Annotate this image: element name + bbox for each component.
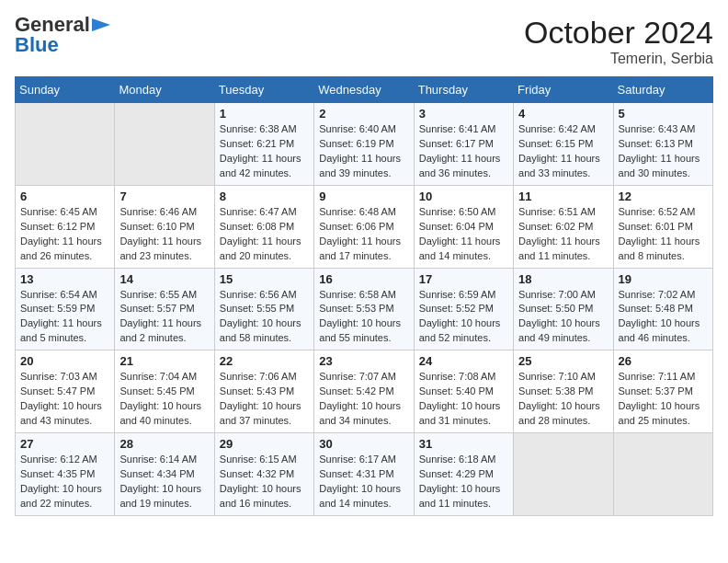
day-detail: Sunrise: 7:06 AMSunset: 5:43 PMDaylight:…	[220, 370, 309, 429]
day-detail: Sunrise: 6:18 AMSunset: 4:29 PMDaylight:…	[419, 453, 508, 511]
calendar-cell: 2Sunrise: 6:40 AMSunset: 6:19 PMDaylight…	[314, 103, 414, 186]
day-detail: Sunrise: 7:07 AMSunset: 5:42 PMDaylight:…	[319, 370, 408, 429]
day-number: 13	[20, 272, 109, 286]
day-detail: Sunrise: 6:38 AMSunset: 6:21 PMDaylight:…	[220, 122, 309, 181]
day-number: 17	[419, 272, 508, 286]
day-number: 29	[220, 437, 309, 451]
title-block: October 2024 Temerin, Serbia	[524, 15, 713, 67]
calendar-cell: 25Sunrise: 7:10 AMSunset: 5:38 PMDayligh…	[514, 350, 613, 433]
calendar-cell: 7Sunrise: 6:46 AMSunset: 6:10 PMDaylight…	[115, 185, 214, 268]
calendar-cell	[613, 433, 712, 516]
weekday-header-cell: Saturday	[613, 77, 712, 103]
day-detail: Sunrise: 6:56 AMSunset: 5:55 PMDaylight:…	[220, 288, 309, 347]
day-number: 11	[518, 190, 608, 203]
day-number: 26	[619, 354, 708, 368]
calendar-cell: 10Sunrise: 6:50 AMSunset: 6:04 PMDayligh…	[414, 185, 513, 268]
day-number: 21	[119, 354, 209, 368]
day-number: 28	[119, 437, 209, 451]
month-title: October 2024	[524, 15, 713, 51]
calendar-body: 1Sunrise: 6:38 AMSunset: 6:21 PMDaylight…	[16, 103, 713, 516]
day-number: 12	[619, 190, 708, 203]
day-number: 8	[220, 190, 309, 203]
day-detail: Sunrise: 7:04 AMSunset: 5:45 PMDaylight:…	[119, 370, 209, 429]
day-detail: Sunrise: 6:46 AMSunset: 6:10 PMDaylight:…	[119, 205, 209, 264]
day-detail: Sunrise: 6:51 AMSunset: 6:02 PMDaylight:…	[518, 205, 608, 264]
day-detail: Sunrise: 7:03 AMSunset: 5:47 PMDaylight:…	[20, 370, 109, 429]
calendar-cell: 24Sunrise: 7:08 AMSunset: 5:40 PMDayligh…	[414, 350, 513, 433]
calendar-cell	[115, 103, 214, 186]
day-detail: Sunrise: 6:47 AMSunset: 6:08 PMDaylight:…	[220, 205, 309, 264]
day-detail: Sunrise: 6:41 AMSunset: 6:17 PMDaylight:…	[419, 122, 508, 181]
day-detail: Sunrise: 7:08 AMSunset: 5:40 PMDaylight:…	[419, 370, 508, 429]
day-number: 25	[518, 354, 608, 368]
day-detail: Sunrise: 6:58 AMSunset: 5:53 PMDaylight:…	[319, 288, 408, 347]
calendar-cell: 3Sunrise: 6:41 AMSunset: 6:17 PMDaylight…	[414, 103, 513, 186]
day-number: 24	[419, 354, 508, 368]
day-number: 23	[319, 354, 408, 368]
calendar-cell: 27Sunrise: 6:12 AMSunset: 4:35 PMDayligh…	[16, 433, 115, 516]
calendar-week-row: 1Sunrise: 6:38 AMSunset: 6:21 PMDaylight…	[16, 103, 713, 186]
calendar-cell: 13Sunrise: 6:54 AMSunset: 5:59 PMDayligh…	[16, 268, 115, 350]
calendar-cell: 30Sunrise: 6:17 AMSunset: 4:31 PMDayligh…	[314, 433, 414, 516]
day-number: 1	[220, 107, 309, 121]
day-detail: Sunrise: 6:43 AMSunset: 6:13 PMDaylight:…	[619, 122, 708, 181]
calendar-table: SundayMondayTuesdayWednesdayThursdayFrid…	[15, 76, 713, 516]
day-number: 31	[419, 437, 508, 451]
calendar-cell: 31Sunrise: 6:18 AMSunset: 4:29 PMDayligh…	[414, 433, 513, 516]
day-detail: Sunrise: 6:45 AMSunset: 6:12 PMDaylight:…	[20, 205, 109, 264]
calendar-cell: 18Sunrise: 7:00 AMSunset: 5:50 PMDayligh…	[514, 268, 613, 350]
calendar-cell	[514, 433, 613, 516]
calendar-cell: 11Sunrise: 6:51 AMSunset: 6:02 PMDayligh…	[514, 185, 613, 268]
day-detail: Sunrise: 7:02 AMSunset: 5:48 PMDaylight:…	[619, 288, 708, 347]
day-detail: Sunrise: 6:55 AMSunset: 5:57 PMDaylight:…	[119, 288, 209, 347]
weekday-header-cell: Wednesday	[314, 77, 414, 103]
calendar-cell: 6Sunrise: 6:45 AMSunset: 6:12 PMDaylight…	[16, 185, 115, 268]
day-detail: Sunrise: 7:00 AMSunset: 5:50 PMDaylight:…	[518, 288, 608, 347]
calendar-cell: 9Sunrise: 6:48 AMSunset: 6:06 PMDaylight…	[314, 185, 414, 268]
day-number: 3	[419, 107, 508, 121]
weekday-header-cell: Tuesday	[214, 77, 313, 103]
calendar-cell: 15Sunrise: 6:56 AMSunset: 5:55 PMDayligh…	[214, 268, 313, 350]
weekday-header-cell: Thursday	[414, 77, 513, 103]
calendar-cell: 28Sunrise: 6:14 AMSunset: 4:34 PMDayligh…	[115, 433, 214, 516]
day-number: 9	[319, 190, 408, 203]
day-detail: Sunrise: 6:54 AMSunset: 5:59 PMDaylight:…	[20, 288, 109, 347]
day-detail: Sunrise: 7:11 AMSunset: 5:37 PMDaylight:…	[619, 370, 708, 429]
day-number: 20	[20, 354, 109, 368]
day-number: 14	[119, 272, 209, 286]
logo-general: General	[15, 15, 90, 35]
day-number: 15	[220, 272, 309, 286]
day-number: 6	[20, 190, 109, 203]
calendar-cell: 8Sunrise: 6:47 AMSunset: 6:08 PMDaylight…	[214, 185, 313, 268]
day-number: 30	[319, 437, 408, 451]
calendar-cell: 4Sunrise: 6:42 AMSunset: 6:15 PMDaylight…	[514, 103, 613, 186]
logo-blue: Blue	[15, 33, 59, 57]
weekday-header-cell: Monday	[115, 77, 214, 103]
day-detail: Sunrise: 6:15 AMSunset: 4:32 PMDaylight:…	[220, 453, 309, 511]
calendar-cell: 5Sunrise: 6:43 AMSunset: 6:13 PMDaylight…	[613, 103, 712, 186]
calendar-cell: 12Sunrise: 6:52 AMSunset: 6:01 PMDayligh…	[613, 185, 712, 268]
day-detail: Sunrise: 6:17 AMSunset: 4:31 PMDaylight:…	[319, 453, 408, 511]
calendar-cell: 17Sunrise: 6:59 AMSunset: 5:52 PMDayligh…	[414, 268, 513, 350]
day-number: 27	[20, 437, 109, 451]
calendar-cell: 14Sunrise: 6:55 AMSunset: 5:57 PMDayligh…	[115, 268, 214, 350]
calendar-cell: 1Sunrise: 6:38 AMSunset: 6:21 PMDaylight…	[214, 103, 313, 186]
day-detail: Sunrise: 7:10 AMSunset: 5:38 PMDaylight:…	[518, 370, 608, 429]
calendar-week-row: 20Sunrise: 7:03 AMSunset: 5:47 PMDayligh…	[16, 350, 713, 433]
page-header: General Blue October 2024 Temerin, Serbi…	[15, 15, 713, 67]
logo-arrow-icon	[92, 18, 110, 31]
day-detail: Sunrise: 6:59 AMSunset: 5:52 PMDaylight:…	[419, 288, 508, 347]
calendar-cell	[16, 103, 115, 186]
day-detail: Sunrise: 6:42 AMSunset: 6:15 PMDaylight:…	[518, 122, 608, 181]
weekday-header-cell: Sunday	[16, 77, 115, 103]
day-number: 7	[119, 190, 209, 203]
calendar-cell: 16Sunrise: 6:58 AMSunset: 5:53 PMDayligh…	[314, 268, 414, 350]
day-detail: Sunrise: 6:12 AMSunset: 4:35 PMDaylight:…	[20, 453, 109, 511]
day-number: 18	[518, 272, 608, 286]
calendar-cell: 23Sunrise: 7:07 AMSunset: 5:42 PMDayligh…	[314, 350, 414, 433]
calendar-cell: 20Sunrise: 7:03 AMSunset: 5:47 PMDayligh…	[16, 350, 115, 433]
weekday-header-cell: Friday	[514, 77, 613, 103]
weekday-header-row: SundayMondayTuesdayWednesdayThursdayFrid…	[16, 77, 713, 103]
calendar-cell: 29Sunrise: 6:15 AMSunset: 4:32 PMDayligh…	[214, 433, 313, 516]
calendar-week-row: 6Sunrise: 6:45 AMSunset: 6:12 PMDaylight…	[16, 185, 713, 268]
